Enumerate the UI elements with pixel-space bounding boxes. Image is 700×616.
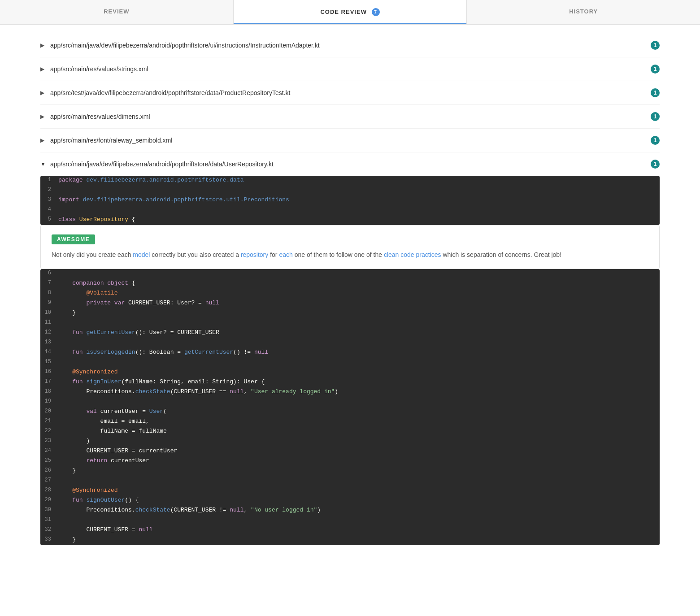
- collapse-arrow-3: ▶: [40, 90, 47, 96]
- code-line-6: 6: [40, 269, 660, 279]
- file-path-1: app/src/main/java/dev/filipebezerra/andr…: [50, 42, 646, 49]
- file-path-3: app/src/test/java/dev/filipebezerra/andr…: [50, 89, 646, 96]
- file-badge-3: 1: [651, 88, 660, 97]
- tab-review[interactable]: REVIEW: [0, 0, 234, 24]
- tab-history[interactable]: HISTORY: [467, 0, 700, 24]
- code-line-30: 30 Preconditions.checkState(CURRENT_USER…: [40, 506, 660, 516]
- code-line-2: 2: [40, 186, 660, 195]
- file-row-6[interactable]: ▼ app/src/main/java/dev/filipebezerra/an…: [40, 152, 660, 176]
- collapse-arrow-2: ▶: [40, 66, 47, 72]
- code-line-24: 24 CURRENT_USER = currentUser: [40, 447, 660, 456]
- file-path-2: app/src/main/res/values/strings.xml: [50, 65, 646, 73]
- code-line-31: 31: [40, 516, 660, 525]
- file-row-6-expanded: ▼ app/src/main/java/dev/filipebezerra/an…: [40, 152, 660, 545]
- code-line-17: 17 fun signInUser(fullName: String, emai…: [40, 377, 660, 387]
- code-block-top: 1 package dev.filipebezerra.android.popt…: [40, 176, 660, 225]
- tab-history-label: HISTORY: [569, 8, 598, 15]
- file-badge-1: 1: [651, 41, 660, 50]
- code-line-5: 5 class UserRepository {: [40, 215, 660, 225]
- collapse-arrow-4: ▶: [40, 113, 47, 120]
- file-badge-5: 1: [651, 136, 660, 145]
- code-block-bottom: 6 7 companion object { 8 @Volatile 9 pri…: [40, 269, 660, 545]
- tab-code-review-label: CODE REVIEW: [320, 9, 366, 15]
- code-line-21: 21 email = email,: [40, 417, 660, 427]
- expand-arrow-6: ▼: [40, 161, 47, 167]
- code-line-4: 4: [40, 205, 660, 215]
- comment-text: Not only did you create each model corre…: [52, 250, 648, 260]
- code-line-15: 15: [40, 358, 660, 368]
- code-line-7: 7 companion object {: [40, 279, 660, 289]
- code-line-27: 27: [40, 476, 660, 486]
- comment-bubble: AWESOME Not only did you create each mod…: [40, 225, 660, 269]
- code-line-14: 14 fun isUserLoggedIn(): Boolean = getCu…: [40, 348, 660, 358]
- file-badge-4: 1: [651, 112, 660, 121]
- code-line-16: 16 @Synchronized: [40, 368, 660, 377]
- tab-code-review-badge: 7: [372, 8, 380, 16]
- collapse-arrow-1: ▶: [40, 42, 47, 48]
- file-row-1[interactable]: ▶ app/src/main/java/dev/filipebezerra/an…: [40, 34, 660, 57]
- code-line-3: 3 import dev.filipebezerra.android.popth…: [40, 195, 660, 205]
- code-line-10: 10 }: [40, 308, 660, 318]
- tab-code-review[interactable]: CODE REVIEW 7: [234, 0, 467, 24]
- main-content: ▶ app/src/main/java/dev/filipebezerra/an…: [0, 25, 700, 554]
- file-row-3[interactable]: ▶ app/src/test/java/dev/filipebezerra/an…: [40, 81, 660, 105]
- code-line-33: 33 }: [40, 535, 660, 545]
- code-line-19: 19: [40, 397, 660, 407]
- code-line-11: 11: [40, 318, 660, 328]
- code-line-23: 23 ): [40, 437, 660, 447]
- tab-review-label: REVIEW: [104, 8, 129, 15]
- file-badge-2: 1: [651, 65, 660, 74]
- tab-bar: REVIEW CODE REVIEW 7 HISTORY: [0, 0, 700, 25]
- code-line-22: 22 fullName = fullName: [40, 427, 660, 437]
- code-line-1: 1 package dev.filipebezerra.android.popt…: [40, 176, 660, 186]
- file-row-2[interactable]: ▶ app/src/main/res/values/strings.xml 1: [40, 57, 660, 81]
- code-line-8: 8 @Volatile: [40, 289, 660, 299]
- file-row-5[interactable]: ▶ app/src/main/res/font/raleway_semibold…: [40, 129, 660, 152]
- code-line-28: 28 @Synchronized: [40, 486, 660, 496]
- file-path-6: app/src/main/java/dev/filipebezerra/andr…: [50, 161, 646, 168]
- code-line-25: 25 return currentUser: [40, 456, 660, 466]
- code-line-12: 12 fun getCurrentUser(): User? = CURRENT…: [40, 328, 660, 338]
- file-badge-6: 1: [651, 160, 660, 169]
- code-line-29: 29 fun signOutUser() {: [40, 496, 660, 506]
- code-line-18: 18 Preconditions.checkState(CURRENT_USER…: [40, 387, 660, 397]
- code-line-32: 32 CURRENT_USER = null: [40, 525, 660, 535]
- code-line-26: 26 }: [40, 466, 660, 476]
- code-line-9: 9 private var CURRENT_USER: User? = null: [40, 299, 660, 308]
- code-line-13: 13: [40, 338, 660, 348]
- awesome-badge: AWESOME: [52, 234, 95, 244]
- code-line-20: 20 val currentUser = User(: [40, 407, 660, 417]
- file-path-5: app/src/main/res/font/raleway_semibold.x…: [50, 137, 646, 144]
- collapse-arrow-5: ▶: [40, 137, 47, 143]
- file-path-4: app/src/main/res/values/dimens.xml: [50, 113, 646, 120]
- file-row-4[interactable]: ▶ app/src/main/res/values/dimens.xml 1: [40, 105, 660, 129]
